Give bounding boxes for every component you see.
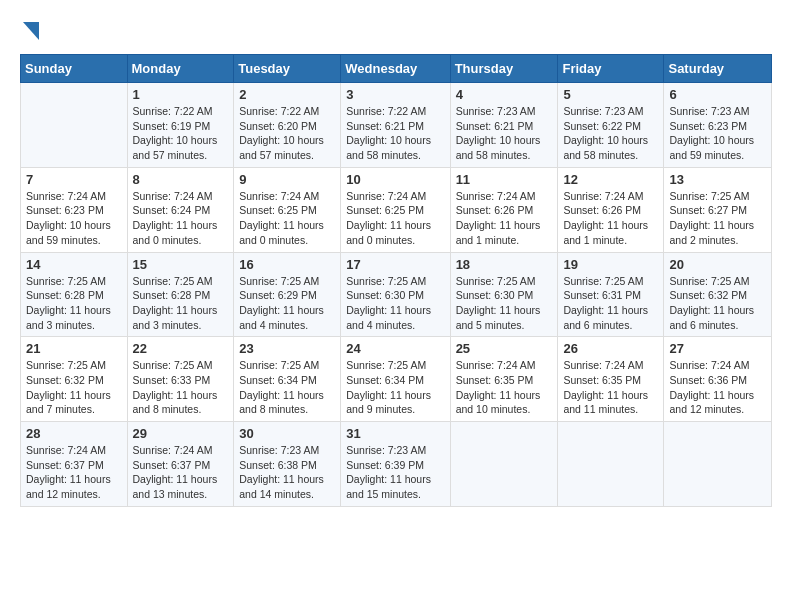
day-info: Sunrise: 7:24 AM Sunset: 6:36 PM Dayligh…	[669, 358, 766, 417]
day-info: Sunrise: 7:23 AM Sunset: 6:38 PM Dayligh…	[239, 443, 335, 502]
calendar-cell	[450, 422, 558, 507]
day-info: Sunrise: 7:24 AM Sunset: 6:25 PM Dayligh…	[346, 189, 444, 248]
day-number: 14	[26, 257, 122, 272]
day-number: 17	[346, 257, 444, 272]
calendar-week-row: 21Sunrise: 7:25 AM Sunset: 6:32 PM Dayli…	[21, 337, 772, 422]
calendar-cell: 29Sunrise: 7:24 AM Sunset: 6:37 PM Dayli…	[127, 422, 234, 507]
day-info: Sunrise: 7:24 AM Sunset: 6:25 PM Dayligh…	[239, 189, 335, 248]
day-number: 19	[563, 257, 658, 272]
calendar-week-row: 1Sunrise: 7:22 AM Sunset: 6:19 PM Daylig…	[21, 83, 772, 168]
calendar-cell: 17Sunrise: 7:25 AM Sunset: 6:30 PM Dayli…	[341, 252, 450, 337]
day-info: Sunrise: 7:24 AM Sunset: 6:37 PM Dayligh…	[133, 443, 229, 502]
day-number: 30	[239, 426, 335, 441]
calendar-cell: 9Sunrise: 7:24 AM Sunset: 6:25 PM Daylig…	[234, 167, 341, 252]
day-number: 2	[239, 87, 335, 102]
day-number: 12	[563, 172, 658, 187]
day-info: Sunrise: 7:24 AM Sunset: 6:35 PM Dayligh…	[563, 358, 658, 417]
svg-marker-0	[23, 22, 39, 40]
calendar-cell: 3Sunrise: 7:22 AM Sunset: 6:21 PM Daylig…	[341, 83, 450, 168]
calendar-header-monday: Monday	[127, 55, 234, 83]
calendar-cell: 24Sunrise: 7:25 AM Sunset: 6:34 PM Dayli…	[341, 337, 450, 422]
calendar-cell	[664, 422, 772, 507]
logo	[20, 20, 39, 44]
calendar-cell	[558, 422, 664, 507]
calendar-cell: 23Sunrise: 7:25 AM Sunset: 6:34 PM Dayli…	[234, 337, 341, 422]
day-number: 13	[669, 172, 766, 187]
day-number: 8	[133, 172, 229, 187]
day-info: Sunrise: 7:25 AM Sunset: 6:33 PM Dayligh…	[133, 358, 229, 417]
calendar-cell: 8Sunrise: 7:24 AM Sunset: 6:24 PM Daylig…	[127, 167, 234, 252]
day-number: 7	[26, 172, 122, 187]
day-number: 31	[346, 426, 444, 441]
day-info: Sunrise: 7:23 AM Sunset: 6:22 PM Dayligh…	[563, 104, 658, 163]
calendar-cell: 7Sunrise: 7:24 AM Sunset: 6:23 PM Daylig…	[21, 167, 128, 252]
page-header	[20, 20, 772, 44]
day-info: Sunrise: 7:24 AM Sunset: 6:26 PM Dayligh…	[456, 189, 553, 248]
day-info: Sunrise: 7:22 AM Sunset: 6:20 PM Dayligh…	[239, 104, 335, 163]
day-info: Sunrise: 7:22 AM Sunset: 6:21 PM Dayligh…	[346, 104, 444, 163]
calendar-header-saturday: Saturday	[664, 55, 772, 83]
day-number: 3	[346, 87, 444, 102]
day-info: Sunrise: 7:23 AM Sunset: 6:21 PM Dayligh…	[456, 104, 553, 163]
calendar-cell	[21, 83, 128, 168]
day-number: 5	[563, 87, 658, 102]
calendar-cell: 14Sunrise: 7:25 AM Sunset: 6:28 PM Dayli…	[21, 252, 128, 337]
day-info: Sunrise: 7:25 AM Sunset: 6:34 PM Dayligh…	[239, 358, 335, 417]
day-number: 6	[669, 87, 766, 102]
calendar-cell: 21Sunrise: 7:25 AM Sunset: 6:32 PM Dayli…	[21, 337, 128, 422]
day-info: Sunrise: 7:24 AM Sunset: 6:26 PM Dayligh…	[563, 189, 658, 248]
day-number: 28	[26, 426, 122, 441]
calendar-cell: 5Sunrise: 7:23 AM Sunset: 6:22 PM Daylig…	[558, 83, 664, 168]
calendar-cell: 1Sunrise: 7:22 AM Sunset: 6:19 PM Daylig…	[127, 83, 234, 168]
calendar-cell: 27Sunrise: 7:24 AM Sunset: 6:36 PM Dayli…	[664, 337, 772, 422]
day-number: 20	[669, 257, 766, 272]
calendar-cell: 6Sunrise: 7:23 AM Sunset: 6:23 PM Daylig…	[664, 83, 772, 168]
calendar-cell: 26Sunrise: 7:24 AM Sunset: 6:35 PM Dayli…	[558, 337, 664, 422]
calendar-cell: 4Sunrise: 7:23 AM Sunset: 6:21 PM Daylig…	[450, 83, 558, 168]
day-number: 15	[133, 257, 229, 272]
calendar-cell: 12Sunrise: 7:24 AM Sunset: 6:26 PM Dayli…	[558, 167, 664, 252]
day-number: 22	[133, 341, 229, 356]
calendar-header-thursday: Thursday	[450, 55, 558, 83]
day-number: 21	[26, 341, 122, 356]
logo-arrow-icon	[23, 22, 39, 40]
day-number: 10	[346, 172, 444, 187]
calendar-cell: 15Sunrise: 7:25 AM Sunset: 6:28 PM Dayli…	[127, 252, 234, 337]
day-info: Sunrise: 7:25 AM Sunset: 6:30 PM Dayligh…	[346, 274, 444, 333]
calendar-header-wednesday: Wednesday	[341, 55, 450, 83]
calendar-cell: 16Sunrise: 7:25 AM Sunset: 6:29 PM Dayli…	[234, 252, 341, 337]
day-info: Sunrise: 7:25 AM Sunset: 6:29 PM Dayligh…	[239, 274, 335, 333]
day-number: 25	[456, 341, 553, 356]
calendar-header-row: SundayMondayTuesdayWednesdayThursdayFrid…	[21, 55, 772, 83]
calendar-cell: 13Sunrise: 7:25 AM Sunset: 6:27 PM Dayli…	[664, 167, 772, 252]
calendar-week-row: 28Sunrise: 7:24 AM Sunset: 6:37 PM Dayli…	[21, 422, 772, 507]
calendar-cell: 18Sunrise: 7:25 AM Sunset: 6:30 PM Dayli…	[450, 252, 558, 337]
calendar-cell: 31Sunrise: 7:23 AM Sunset: 6:39 PM Dayli…	[341, 422, 450, 507]
day-number: 27	[669, 341, 766, 356]
day-info: Sunrise: 7:23 AM Sunset: 6:39 PM Dayligh…	[346, 443, 444, 502]
calendar-header-sunday: Sunday	[21, 55, 128, 83]
calendar-table: SundayMondayTuesdayWednesdayThursdayFrid…	[20, 54, 772, 507]
day-info: Sunrise: 7:25 AM Sunset: 6:30 PM Dayligh…	[456, 274, 553, 333]
day-info: Sunrise: 7:22 AM Sunset: 6:19 PM Dayligh…	[133, 104, 229, 163]
day-info: Sunrise: 7:24 AM Sunset: 6:35 PM Dayligh…	[456, 358, 553, 417]
calendar-cell: 20Sunrise: 7:25 AM Sunset: 6:32 PM Dayli…	[664, 252, 772, 337]
day-number: 4	[456, 87, 553, 102]
day-info: Sunrise: 7:25 AM Sunset: 6:32 PM Dayligh…	[669, 274, 766, 333]
calendar-cell: 2Sunrise: 7:22 AM Sunset: 6:20 PM Daylig…	[234, 83, 341, 168]
day-number: 24	[346, 341, 444, 356]
day-info: Sunrise: 7:25 AM Sunset: 6:32 PM Dayligh…	[26, 358, 122, 417]
day-info: Sunrise: 7:25 AM Sunset: 6:34 PM Dayligh…	[346, 358, 444, 417]
day-info: Sunrise: 7:23 AM Sunset: 6:23 PM Dayligh…	[669, 104, 766, 163]
day-number: 16	[239, 257, 335, 272]
day-info: Sunrise: 7:25 AM Sunset: 6:28 PM Dayligh…	[133, 274, 229, 333]
day-number: 11	[456, 172, 553, 187]
day-number: 18	[456, 257, 553, 272]
calendar-cell: 28Sunrise: 7:24 AM Sunset: 6:37 PM Dayli…	[21, 422, 128, 507]
calendar-cell: 19Sunrise: 7:25 AM Sunset: 6:31 PM Dayli…	[558, 252, 664, 337]
day-number: 1	[133, 87, 229, 102]
calendar-cell: 10Sunrise: 7:24 AM Sunset: 6:25 PM Dayli…	[341, 167, 450, 252]
calendar-header-friday: Friday	[558, 55, 664, 83]
day-number: 26	[563, 341, 658, 356]
day-number: 9	[239, 172, 335, 187]
